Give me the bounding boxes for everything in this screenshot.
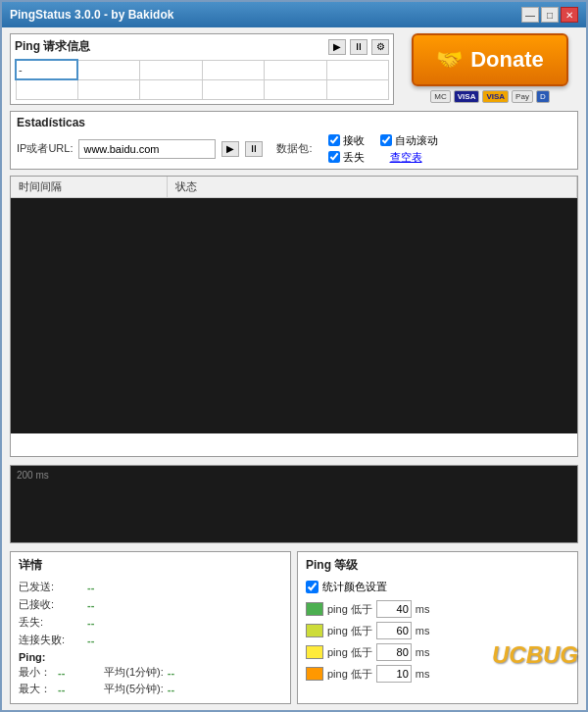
amex-badge: D xyxy=(536,90,550,103)
title-bar: PingStatus 3.0.0 - by Bakidok — □ ✕ xyxy=(2,2,586,27)
data-table-body[interactable] xyxy=(11,198,577,433)
ping-ms-label: ms xyxy=(416,668,430,680)
ping-tab-2[interactable] xyxy=(77,60,139,79)
ping-play-button[interactable]: ▶ xyxy=(328,39,346,55)
watermark-sub: 游戏网.com xyxy=(492,669,578,702)
lost-value: -- xyxy=(87,617,94,629)
ping-cell-3 xyxy=(140,79,202,99)
ping-cell-2 xyxy=(77,79,139,99)
estadisticas-title: Estadísticas xyxy=(17,116,571,129)
watermark-text: UCBUG xyxy=(492,641,578,669)
ping-tab-active[interactable]: - xyxy=(16,60,77,79)
ping-pause-button[interactable]: ⏸ xyxy=(350,39,368,55)
conn-fail-row: 连接失败: -- xyxy=(19,633,282,647)
ping-settings-button[interactable]: ⚙ xyxy=(371,39,389,55)
ping-tab-3[interactable] xyxy=(140,60,202,79)
conn-fail-value: -- xyxy=(87,635,94,646)
ping-color-box xyxy=(306,624,323,637)
details-panel: 详情 已发送: -- 已接收: -- 丢失: -- 连接失败: -- Ping: xyxy=(10,551,291,704)
received-label: 已接收: xyxy=(19,597,87,612)
minimize-button[interactable]: — xyxy=(521,7,539,23)
ping-tab-5[interactable] xyxy=(265,60,326,79)
donate-button[interactable]: 🤝 Donate xyxy=(412,33,568,86)
min-value: -- xyxy=(58,667,65,679)
ping-level-row: ping 低于 ms xyxy=(306,622,569,639)
received-row: 已接收: -- xyxy=(19,597,282,612)
lose-label: 丢失 xyxy=(343,150,365,165)
main-content: Ping 请求信息 ▶ ⏸ ⚙ - xyxy=(2,27,586,710)
receive-label: 接收 xyxy=(343,133,365,148)
ping-level-label: ping 低于 xyxy=(327,645,372,660)
close-button[interactable]: ✕ xyxy=(561,7,578,23)
donate-section: 🤝 Donate MC VISA VISA Pay D xyxy=(402,33,578,105)
maximize-button[interactable]: □ xyxy=(541,7,559,23)
ping-level-input[interactable] xyxy=(376,643,412,661)
ping-level-input[interactable] xyxy=(376,665,412,683)
ping-tab-4[interactable] xyxy=(202,60,264,79)
ping-cell-6 xyxy=(326,79,388,99)
ping-level-label: ping 低于 xyxy=(327,602,372,617)
min-label: 最小： xyxy=(19,665,58,680)
details-title: 详情 xyxy=(19,557,282,574)
lost-row: 丢失: -- xyxy=(19,615,282,630)
lose-checkbox-row: 丢失 xyxy=(328,150,365,165)
ping-ms-label: ms xyxy=(416,625,430,636)
avg1-value: -- xyxy=(168,667,174,679)
window-title: PingStatus 3.0.0 - by Bakidok xyxy=(10,8,173,22)
stat-pause-button[interactable]: ⏸ xyxy=(245,141,263,157)
mastercard-badge: MC xyxy=(430,90,450,103)
data-label: 数据包: xyxy=(276,141,312,156)
avg1-label: 平均(1分钟): xyxy=(104,665,164,680)
ping-cell-1 xyxy=(16,79,77,99)
min-row: 最小： -- 平均(1分钟): -- xyxy=(19,665,282,680)
lost-label: 丢失: xyxy=(19,615,87,630)
title-controls: — □ ✕ xyxy=(521,7,578,23)
ping-tab-6[interactable] xyxy=(326,60,388,79)
payment-icons: MC VISA VISA Pay D xyxy=(412,90,568,103)
ping-level-label: ping 低于 xyxy=(327,667,372,682)
data-table-header: 时间间隔 状态 xyxy=(11,177,577,198)
color-settings-checkbox[interactable] xyxy=(306,581,318,593)
data-table-area: 时间间隔 状态 xyxy=(10,176,578,458)
color-settings-label: 统计颜色设置 xyxy=(322,580,387,594)
ping-title: Ping 请求信息 xyxy=(15,38,90,55)
sent-label: 已发送: xyxy=(19,580,87,594)
ping-level-input[interactable] xyxy=(376,622,412,639)
receive-checkbox-row: 接收 xyxy=(328,133,365,148)
ping-cell-4 xyxy=(202,79,264,99)
ip-input[interactable] xyxy=(78,139,216,159)
stat-play-button[interactable]: ▶ xyxy=(221,141,239,157)
ping-header: Ping 请求信息 ▶ ⏸ ⚙ xyxy=(15,38,389,55)
sent-value: -- xyxy=(87,582,94,593)
clear-link[interactable]: 查空表 xyxy=(390,150,438,165)
receive-checkbox[interactable] xyxy=(328,134,340,146)
conn-fail-label: 连接失败: xyxy=(19,633,87,647)
paypal-badge: Pay xyxy=(512,90,533,103)
auto-scroll-label: 自动滚动 xyxy=(395,133,438,148)
donate-label: Donate xyxy=(470,47,544,73)
lose-checkbox[interactable] xyxy=(328,151,340,163)
avg5-label: 平均(5分钟): xyxy=(104,682,164,696)
ping-color-box xyxy=(306,667,323,681)
auto-scroll-checkbox[interactable] xyxy=(380,134,392,146)
visa-badge: VISA xyxy=(454,90,480,103)
ping-row-2 xyxy=(16,79,389,99)
received-value: -- xyxy=(87,599,94,611)
ping-cell-5 xyxy=(265,79,326,99)
chart-label: 200 ms xyxy=(17,470,49,481)
ping-level-label: ping 低于 xyxy=(327,624,372,638)
ping-table: - xyxy=(15,59,389,100)
col-time: 时间间隔 xyxy=(11,177,168,197)
donate-icon: 🤝 xyxy=(436,47,463,73)
auto-scroll-section: 自动滚动 查空表 xyxy=(380,133,438,165)
ping-row: - xyxy=(16,60,389,79)
top-section: Ping 请求信息 ▶ ⏸ ⚙ - xyxy=(10,33,578,105)
ip-row: IP或者URL: ▶ ⏸ 数据包: 接收 丢失 xyxy=(17,133,571,165)
sent-row: 已发送: -- xyxy=(19,580,282,594)
ping-controls: ▶ ⏸ ⚙ xyxy=(328,39,389,55)
main-window: PingStatus 3.0.0 - by Bakidok — □ ✕ Ping… xyxy=(0,0,588,712)
ping-color-box xyxy=(306,645,323,659)
ping-level-input[interactable] xyxy=(376,600,412,618)
avg5-value: -- xyxy=(168,684,174,695)
ping-section: Ping 请求信息 ▶ ⏸ ⚙ - xyxy=(10,33,394,105)
